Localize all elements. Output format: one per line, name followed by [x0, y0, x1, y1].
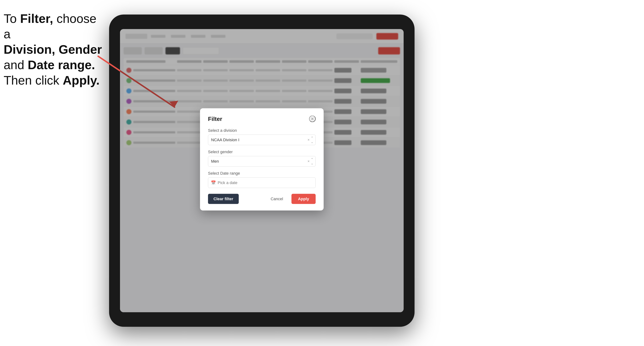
apply-button[interactable]: Apply — [292, 194, 316, 204]
gender-select-wrapper: Men Women × ⌃⌄ — [208, 156, 316, 167]
date-label: Select Date range — [208, 171, 316, 175]
division-select[interactable]: NCAA Division I NCAA Division II NCAA Di… — [208, 135, 316, 145]
division-form-group: Select a division NCAA Division I NCAA D… — [208, 128, 316, 145]
modal-header: Filter × — [208, 115, 316, 122]
date-picker-input[interactable] — [208, 177, 316, 188]
division-clear-icon[interactable]: × — [308, 138, 310, 142]
modal-title: Filter — [208, 115, 222, 122]
instruction-text-1: To Filter, choose a — [4, 12, 96, 41]
instruction-text-then: Then click Apply. — [4, 73, 100, 87]
division-label: Select a division — [208, 128, 316, 133]
modal-close-button[interactable]: × — [309, 116, 316, 122]
gender-label: Select gender — [208, 149, 316, 154]
gender-form-group: Select gender Men Women × ⌃⌄ — [208, 149, 316, 167]
instruction-text-and: and Date range. — [4, 58, 95, 72]
date-form-group: Select Date range 📅 — [208, 171, 316, 188]
division-select-wrapper: NCAA Division I NCAA Division II NCAA Di… — [208, 135, 316, 145]
tablet-screen: Filter × Select a division NCAA Division… — [120, 29, 404, 312]
instruction-bold-filter: Filter, — [20, 12, 53, 25]
instruction-block: To Filter, choose a Division, Gender and… — [4, 11, 106, 88]
calendar-icon: 📅 — [211, 180, 216, 185]
modal-footer: Clear filter Cancel Apply — [208, 194, 316, 204]
cancel-button[interactable]: Cancel — [265, 194, 288, 204]
date-input-wrapper: 📅 — [208, 177, 316, 188]
tablet-device: Filter × Select a division NCAA Division… — [109, 14, 414, 327]
gender-clear-icon[interactable]: × — [308, 159, 310, 163]
instruction-bold-daterange: Date range. — [28, 58, 95, 72]
modal-footer-right: Cancel Apply — [265, 194, 316, 204]
gender-select[interactable]: Men Women — [208, 156, 316, 167]
instruction-bold-apply: Apply. — [63, 73, 100, 87]
clear-filter-button[interactable]: Clear filter — [208, 194, 239, 204]
filter-modal: Filter × Select a division NCAA Division… — [200, 108, 324, 210]
instruction-bold-division: Division, Gender — [4, 42, 102, 56]
